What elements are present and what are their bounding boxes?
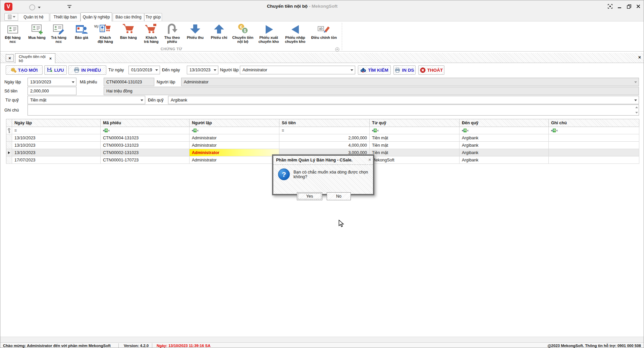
amount-input[interactable]: 2,000,000 bbox=[28, 87, 76, 95]
receipt-code-label: Mã phiếu bbox=[80, 78, 97, 86]
main-menu-button[interactable] bbox=[4, 13, 19, 21]
cell-to-fund[interactable]: Argibank bbox=[460, 134, 549, 142]
tab-close-icon[interactable]: × bbox=[49, 56, 52, 61]
grid-filter-cell[interactable]: aBc bbox=[101, 127, 190, 134]
cell-creator[interactable]: Administrator bbox=[190, 149, 279, 156]
to-fund-value: Argibank bbox=[171, 98, 187, 102]
grid-filter-cell[interactable]: = bbox=[12, 127, 101, 134]
save-button[interactable]: LƯU bbox=[44, 65, 67, 75]
search-label: TÌM KIẾM bbox=[368, 68, 388, 73]
cell-creator[interactable]: Administrator bbox=[190, 156, 279, 164]
cell-note[interactable] bbox=[549, 134, 639, 142]
creator-filter-combo[interactable]: Administrator bbox=[240, 66, 355, 74]
chevron-down-icon bbox=[13, 16, 15, 18]
cell-date[interactable]: 13/10/2023 bbox=[12, 149, 101, 156]
cell-date[interactable]: 13/10/2023 bbox=[12, 134, 101, 142]
cell-note[interactable] bbox=[549, 142, 639, 149]
ribbon-item-phieu-xuat[interactable]: Phiếu xuấtchuyển kho bbox=[254, 22, 283, 45]
left-triangle-icon bbox=[280, 22, 310, 34]
cell-creator[interactable]: Administrator bbox=[190, 134, 279, 142]
ribbon-item-chuyen-tien[interactable]: €$Chuyển tiềnnội bộ bbox=[228, 22, 258, 45]
cell-date[interactable]: 17/07/2023 bbox=[12, 156, 101, 164]
to-date-label: Đến ngày bbox=[162, 65, 180, 75]
grid-column-header[interactable]: Mã phiếu bbox=[101, 119, 190, 127]
dialog-message: Bạn có chắc muốn xóa dòng được chọn khôn… bbox=[293, 165, 373, 184]
close-all-tabs-button[interactable]: × bbox=[6, 54, 14, 62]
chevron-down-icon bbox=[72, 81, 74, 83]
grid-row-1[interactable]: 13/10/2023CTN00004-131023Administrator2,… bbox=[6, 134, 639, 142]
cell-creator[interactable]: Administrator bbox=[190, 142, 279, 149]
ribbon-tab-3[interactable]: Quản lý nghiệp vụ bbox=[80, 12, 112, 21]
cell-from-fund[interactable]: Tiền mặt bbox=[370, 149, 460, 156]
abc-filter-icon: aBc bbox=[551, 129, 558, 132]
cell-to-fund[interactable]: Argibank bbox=[460, 156, 549, 164]
exit-button[interactable]: THOÁT bbox=[418, 65, 444, 75]
tab-chuyen-tien-noi-bo[interactable]: Chuyển tiền nội bộ × bbox=[15, 53, 55, 63]
grid-column-header[interactable]: Ghi chú bbox=[549, 119, 639, 127]
yes-button[interactable]: Yes bbox=[297, 192, 322, 200]
note-label: Ghi chú bbox=[4, 106, 19, 114]
cell-to-fund[interactable]: Argibank bbox=[460, 142, 549, 149]
date-created-picker[interactable]: 13/10/2023 bbox=[28, 78, 76, 86]
cell-note[interactable] bbox=[549, 156, 639, 164]
print-list-button[interactable]: IN DS bbox=[393, 65, 416, 75]
to-date-picker[interactable]: 13/10/2023 bbox=[187, 66, 218, 74]
search-button[interactable]: ID TÌM KIẾM bbox=[358, 65, 391, 75]
cell-note[interactable] bbox=[549, 149, 639, 156]
close-document-icon[interactable]: × bbox=[638, 55, 641, 60]
cell-from-fund[interactable]: Tiền mặt bbox=[370, 134, 460, 142]
ribbon-tab-5[interactable]: Trợ giúp bbox=[144, 13, 162, 21]
ribbon-item-phieu-nhap[interactable]: Phiếu nhậpchuyển kho bbox=[280, 22, 310, 45]
grid-filter-cell[interactable]: = bbox=[279, 127, 370, 134]
cell-amount[interactable]: 2,000,000 bbox=[279, 134, 370, 142]
cell-code[interactable]: CTN00002-131023 bbox=[101, 149, 190, 156]
cell-amount[interactable]: 4,000,000 bbox=[279, 142, 370, 149]
ribbon-tab-1[interactable]: Quản trị hệ thống bbox=[18, 13, 49, 21]
grid-filter-cell[interactable]: aBc bbox=[190, 127, 279, 134]
close-icon[interactable] bbox=[636, 4, 641, 9]
create-new-button[interactable]: TẠO MỚI bbox=[6, 65, 43, 75]
grid-row-2[interactable]: 13/10/2023CTN00003-131023Administrator4,… bbox=[6, 142, 639, 149]
yes-label: Yes bbox=[298, 193, 321, 199]
cell-date[interactable]: 13/10/2023 bbox=[12, 142, 101, 149]
from-date-picker[interactable]: 01/10/2019 bbox=[128, 66, 160, 74]
chevron-down-icon bbox=[634, 99, 637, 101]
ribbon-tab-2[interactable]: Thiết lập ban đầu bbox=[50, 13, 80, 21]
cell-from-fund[interactable]: MekongSoft bbox=[370, 156, 460, 164]
cell-to-fund[interactable]: Argibank bbox=[460, 149, 549, 156]
no-button[interactable]: No bbox=[327, 192, 351, 200]
dialog-title-bar[interactable]: Phần mềm Quản Lý Bán Hàng - CSale. × bbox=[273, 156, 373, 165]
grid-column-header[interactable]: Số tiền bbox=[279, 119, 370, 127]
grid-filter-cell[interactable]: aBc bbox=[460, 127, 549, 134]
scroll-down-icon[interactable] bbox=[635, 112, 638, 114]
grid-column-header[interactable]: Ngày lập bbox=[12, 119, 101, 127]
note-input[interactable] bbox=[28, 105, 639, 116]
grid-column-header[interactable]: Đến quỹ bbox=[460, 119, 549, 127]
cell-code[interactable]: CTN00001-170723 bbox=[101, 156, 190, 164]
grid-column-header[interactable]: Người lập bbox=[190, 119, 279, 127]
scroll-up-icon[interactable] bbox=[635, 107, 638, 108]
ribbon-item-dieu-chinh-ton[interactable]: abĐiều chỉnh tồn bbox=[307, 22, 341, 45]
chevron-down-icon bbox=[141, 99, 143, 101]
print-receipt-button[interactable]: IN PHIẾU bbox=[68, 65, 106, 75]
ribbon-item-label: Chuyển tiềnnội bộ bbox=[228, 36, 258, 44]
status-welcome: Chào mừng: Administrator đến với phần mề… bbox=[3, 343, 111, 348]
grid-filter-cell[interactable]: aBc bbox=[370, 127, 460, 134]
dialog-close-icon[interactable]: × bbox=[368, 157, 371, 162]
minimize-icon[interactable] bbox=[617, 4, 622, 9]
amount-in-words-field: Hai triệu đồng bbox=[104, 87, 639, 95]
bottom-panel-band bbox=[0, 337, 644, 342]
to-fund-combo[interactable]: Argibank bbox=[168, 96, 639, 104]
cell-code[interactable]: CTN00004-131023 bbox=[101, 134, 190, 142]
cell-from-fund[interactable]: Tiền mặt bbox=[370, 142, 460, 149]
restore-icon[interactable] bbox=[626, 4, 632, 9]
from-fund-combo[interactable]: Tiền mặt bbox=[28, 96, 145, 104]
grid-filter-cell[interactable]: aBc bbox=[549, 127, 639, 134]
fit-screen-icon[interactable] bbox=[607, 4, 613, 9]
grid-column-header[interactable]: Từ quỹ bbox=[370, 119, 460, 127]
ribbon-collapse-icon[interactable] bbox=[335, 47, 339, 53]
ribbon-tab-4[interactable]: Báo cáo thống kê bbox=[113, 13, 144, 21]
save-label: LƯU bbox=[54, 68, 64, 73]
creator-filter-label: Người lập bbox=[220, 65, 238, 75]
cell-code[interactable]: CTN00003-131023 bbox=[101, 142, 190, 149]
